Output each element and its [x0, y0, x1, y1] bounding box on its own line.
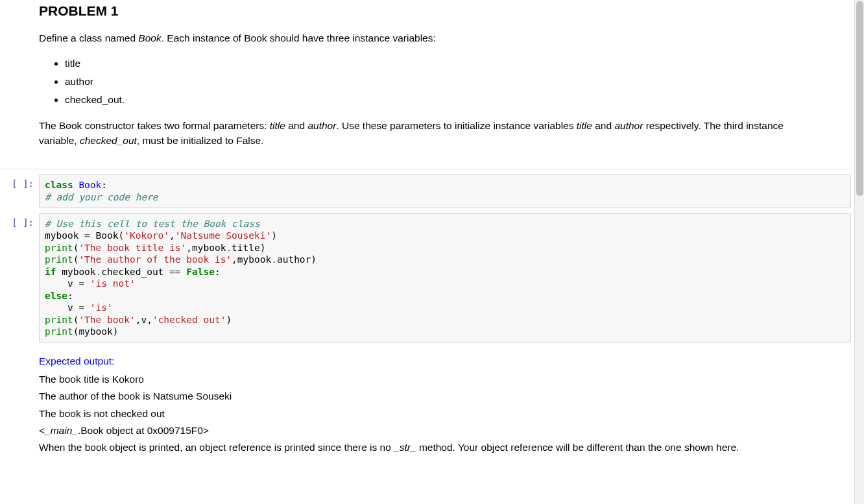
operator: =: [78, 278, 84, 289]
expected-line: <_main_.Book object at 0x009715F0>: [39, 422, 812, 439]
code-editor[interactable]: class Book: # add your code here: [39, 174, 851, 208]
scrollbar-thumb[interactable]: [856, 1, 863, 196]
para2-text: , must be initialized to False.: [137, 135, 264, 146]
expected-em: _str_: [394, 442, 416, 453]
prompt-label: [ ]:: [12, 178, 34, 189]
operator: .: [271, 254, 277, 265]
code-text: ,v,: [136, 315, 152, 325]
colon: :: [101, 180, 107, 190]
code-text: ): [271, 230, 277, 241]
code-text: [84, 278, 90, 289]
instance-var-list: title author checked_out.: [65, 54, 812, 109]
code-text: :: [215, 267, 221, 277]
expected-line: The book title is Kokoro: [39, 371, 812, 388]
list-item: author: [65, 73, 812, 91]
expected-line: The book is not checked out: [39, 405, 812, 422]
code-editor[interactable]: # Use this cell to test the Book class m…: [39, 213, 851, 342]
code-text: title): [232, 243, 265, 253]
vertical-scrollbar[interactable]: [854, 0, 864, 470]
builtin: print: [45, 254, 73, 265]
code-cell-1[interactable]: [ ]: class Book: # add your code here: [0, 174, 851, 208]
code-cell-2[interactable]: [ ]: # Use this cell to test the Book cl…: [0, 213, 851, 342]
string: 'is not': [90, 278, 136, 289]
input-prompt: [ ]:: [0, 213, 39, 342]
code-text: ): [226, 315, 232, 325]
list-item: checked_out.: [65, 91, 812, 109]
operator: =: [78, 302, 84, 313]
code-text: checked_out: [101, 267, 169, 277]
expected-line: When the book object is printed, an obje…: [39, 439, 812, 456]
code-text: mybook: [56, 267, 95, 277]
code-text: v: [45, 278, 78, 289]
para2-em: author: [307, 120, 336, 131]
string: 'The author of the book is': [78, 254, 232, 265]
expected-line: The author of the book is Natsume Sousek…: [39, 388, 812, 405]
para2-text: . Use these parameters to initialize ins…: [336, 120, 576, 131]
keyword: if: [45, 267, 56, 277]
expected-output-section: Expected output: The book title is Kokor…: [0, 348, 851, 470]
code-text: :: [67, 291, 73, 301]
list-item: title: [65, 54, 812, 73]
operator: ==: [169, 267, 180, 277]
expected-text: .Book object at 0x009715F0>: [78, 425, 209, 436]
keyword: else: [45, 291, 67, 301]
para2-em: title: [577, 120, 592, 131]
string: 'checked out': [152, 315, 226, 325]
intro-text-post: . Each instance of Book should have thre…: [162, 32, 436, 43]
string: 'The book title is': [78, 243, 186, 253]
code-text: [181, 267, 187, 277]
expected-text: When the book object is printed, an obje…: [39, 442, 394, 453]
code-text: (mybook): [73, 326, 119, 337]
code-text: mybook: [45, 230, 84, 241]
operator: =: [84, 230, 90, 241]
comment: # Use this cell to test the Book class: [45, 219, 260, 229]
expected-text: method. Your object reference will be di…: [416, 442, 739, 453]
para2-text: The Book constructor takes two formal pa…: [39, 120, 270, 131]
expected-text: <: [39, 425, 45, 436]
comment: # add your code here: [45, 192, 158, 202]
input-prompt: [ ]:: [0, 174, 39, 208]
intro-text-pre: Define a class named: [39, 32, 138, 43]
expected-em: _main_: [45, 425, 78, 436]
code-text: ,mybook: [232, 254, 271, 265]
markdown-cell-problem: PROBLEM 1 Define a class named Book. Eac…: [0, 0, 851, 169]
operator: .: [226, 243, 232, 253]
string: 'Natsume Souseki': [175, 230, 271, 241]
string: 'Kokoro': [124, 230, 169, 241]
builtin: print: [45, 326, 73, 337]
expected-heading: Expected output:: [39, 355, 812, 367]
code-text: Book(: [90, 230, 124, 241]
string: 'The book': [78, 315, 135, 325]
string: 'is': [90, 302, 113, 313]
problem-heading: PROBLEM 1: [39, 3, 812, 19]
para2-text: and: [285, 120, 307, 131]
intro-classname: Book: [138, 32, 161, 43]
code-text: v: [45, 302, 78, 313]
keyword: class: [45, 180, 73, 190]
code-text: ,mybook: [186, 243, 226, 253]
para2-em: author: [614, 120, 643, 131]
builtin: print: [45, 243, 73, 253]
problem-intro: Define a class named Book. Each instance…: [39, 30, 812, 45]
code-text: [84, 302, 90, 313]
classname-token: Book: [78, 180, 101, 190]
operator: .: [96, 267, 102, 277]
boolean: False: [186, 267, 215, 277]
para2-em: title: [270, 120, 285, 131]
para2-em: checked_out: [80, 135, 137, 146]
problem-para2: The Book constructor takes two formal pa…: [39, 118, 812, 149]
builtin: print: [45, 315, 73, 325]
code-text: author): [277, 254, 317, 265]
para2-text: and: [592, 120, 614, 131]
code-text: ,: [169, 230, 175, 241]
prompt-label: [ ]:: [12, 217, 34, 228]
